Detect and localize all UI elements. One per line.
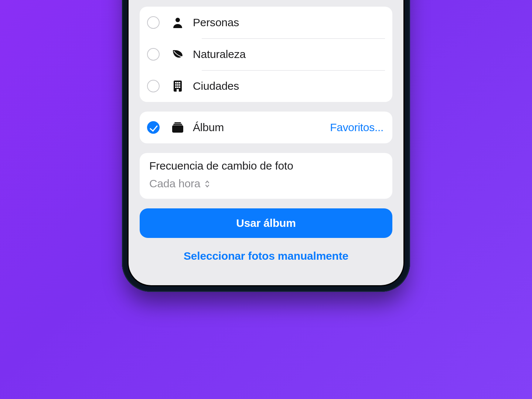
album-label: Álbum	[193, 121, 224, 134]
frequency-value: Cada hora	[149, 177, 200, 190]
svg-rect-3	[177, 82, 178, 83]
frequency-title: Frecuencia de cambio de foto	[149, 160, 383, 172]
content-area: Personas Naturaleza	[129, 7, 403, 280]
up-down-chevron-icon	[205, 180, 210, 188]
select-photos-manually-link[interactable]: Seleccionar fotos manualmente	[140, 250, 392, 262]
category-row-naturaleza[interactable]: Naturaleza	[140, 38, 392, 70]
svg-rect-13	[173, 124, 182, 125]
svg-rect-5	[175, 84, 177, 86]
primary-button-label: Usar álbum	[236, 217, 296, 229]
svg-rect-2	[175, 82, 177, 83]
radio-selected-icon	[147, 121, 160, 134]
secondary-link-label: Seleccionar fotos manualmente	[184, 250, 348, 262]
phone-screen: Personas Naturaleza	[129, 0, 403, 285]
album-card: Álbum Favoritos...	[140, 112, 392, 143]
frequency-card[interactable]: Frecuencia de cambio de foto Cada hora	[140, 153, 392, 199]
category-label: Personas	[193, 16, 239, 29]
album-row[interactable]: Álbum Favoritos...	[140, 112, 392, 143]
album-icon	[171, 122, 185, 133]
phone-frame: Personas Naturaleza	[122, 0, 410, 292]
album-value-link[interactable]: Favoritos...	[330, 121, 385, 134]
svg-rect-6	[177, 84, 178, 86]
person-icon	[171, 17, 185, 28]
svg-rect-8	[175, 86, 177, 88]
category-row-ciudades[interactable]: Ciudades	[140, 70, 392, 102]
category-label: Ciudades	[193, 80, 239, 92]
svg-rect-9	[177, 86, 178, 88]
svg-rect-7	[179, 84, 180, 86]
categories-card: Personas Naturaleza	[140, 7, 392, 102]
svg-point-0	[175, 18, 180, 22]
svg-rect-11	[177, 89, 179, 92]
radio-unselected-icon	[147, 16, 160, 29]
frequency-value-selector[interactable]: Cada hora	[149, 177, 383, 190]
svg-rect-14	[172, 125, 183, 133]
building-icon	[171, 80, 185, 92]
phone-bezel: Personas Naturaleza	[127, 0, 405, 286]
radio-unselected-icon	[147, 48, 160, 61]
svg-rect-10	[179, 86, 180, 88]
leaf-icon	[171, 49, 185, 59]
svg-rect-12	[174, 122, 181, 123]
radio-unselected-icon	[147, 80, 160, 92]
category-row-personas[interactable]: Personas	[140, 7, 392, 38]
use-album-button[interactable]: Usar álbum	[140, 208, 392, 238]
category-label: Naturaleza	[193, 48, 246, 61]
svg-rect-4	[179, 82, 180, 83]
